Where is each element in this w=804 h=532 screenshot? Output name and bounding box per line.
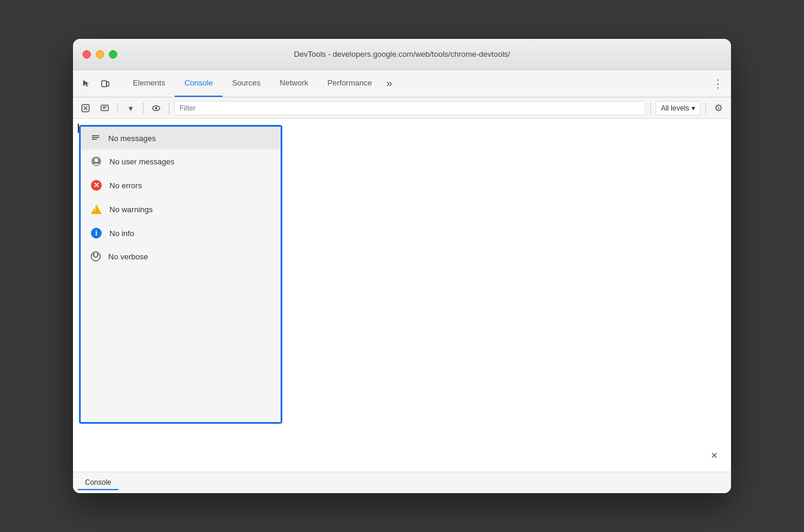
svg-point-9: [155, 107, 157, 109]
more-tabs-button[interactable]: »: [382, 70, 397, 97]
svg-point-13: [92, 135, 93, 136]
error-icon: ✕: [90, 179, 102, 191]
svg-point-14: [92, 137, 93, 138]
levels-dropdown[interactable]: All levels ▾: [656, 101, 701, 115]
dropdown-arrow-button[interactable]: ▾: [123, 100, 138, 116]
messages-icon: [90, 133, 101, 143]
devtools-menu-button[interactable]: ⋮: [709, 75, 726, 92]
levels-dropdown-panel: No messages No user messages ✕ No: [79, 125, 282, 424]
tab-bar: Elements Console Sources Network Perform…: [73, 70, 731, 97]
close-panel-button[interactable]: ✕: [707, 448, 721, 462]
bottom-bar: Console: [73, 472, 731, 493]
dropdown-item-no-errors[interactable]: ✕ No errors: [81, 173, 281, 197]
toolbar-divider-4: [650, 102, 651, 114]
devtools-tools: [78, 70, 118, 97]
tab-network[interactable]: Network: [270, 70, 318, 97]
bottom-console-tab[interactable]: Console: [78, 476, 118, 490]
tab-sources[interactable]: Sources: [223, 70, 270, 97]
tab-bar-right: ⋮: [709, 70, 726, 97]
console-toolbar: ▾ All levels ▾ ⚙: [73, 97, 731, 119]
svg-point-17: [95, 158, 98, 162]
devtools-window: DevTools - developers.google.com/web/too…: [73, 39, 731, 493]
toolbar-divider: [117, 102, 118, 114]
maximize-button[interactable]: [109, 50, 117, 59]
tab-performance[interactable]: Performance: [318, 70, 381, 97]
svg-point-15: [92, 139, 93, 140]
verbose-icon: [90, 251, 101, 262]
toolbar-divider-2: [143, 102, 144, 114]
svg-point-18: [92, 252, 100, 261]
window-title: DevTools - developers.google.com/web/too…: [294, 50, 510, 59]
eye-icon[interactable]: [148, 100, 164, 116]
traffic-lights: [83, 50, 117, 59]
console-icon[interactable]: [97, 100, 112, 116]
dropdown-item-no-warnings[interactable]: No warnings: [81, 197, 281, 221]
dropdown-item-no-messages[interactable]: No messages: [81, 127, 281, 149]
device-icon[interactable]: [97, 75, 114, 92]
minimize-button[interactable]: [96, 50, 104, 59]
tab-console[interactable]: Console: [175, 70, 223, 97]
main-content: No messages No user messages ✕ No: [73, 119, 731, 472]
toolbar-divider-5: [705, 102, 706, 114]
svg-point-19: [93, 254, 95, 255]
dropdown-item-no-user-messages[interactable]: No user messages: [81, 149, 281, 173]
clear-console-button[interactable]: [78, 100, 93, 116]
inspect-icon[interactable]: [78, 75, 95, 92]
svg-rect-1: [106, 82, 109, 86]
dropdown-item-no-verbose[interactable]: No verbose: [81, 245, 281, 268]
close-button[interactable]: [83, 50, 91, 59]
toolbar-divider-3: [169, 102, 169, 114]
warning-icon: [90, 203, 102, 215]
user-messages-icon: [90, 155, 102, 167]
filter-input[interactable]: [174, 101, 645, 115]
svg-rect-0: [102, 81, 106, 87]
dropdown-item-no-info[interactable]: i No info: [81, 221, 281, 245]
info-icon: i: [90, 227, 102, 239]
title-bar: DevTools - developers.google.com/web/too…: [73, 39, 731, 70]
tab-elements[interactable]: Elements: [123, 70, 175, 97]
svg-point-20: [97, 254, 98, 255]
settings-button[interactable]: ⚙: [711, 100, 726, 116]
